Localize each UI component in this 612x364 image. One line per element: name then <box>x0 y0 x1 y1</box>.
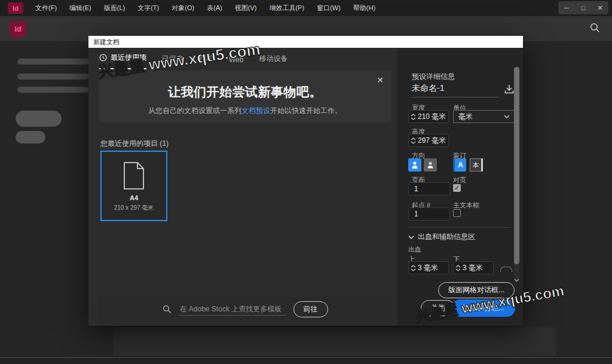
tab-recent[interactable]: 最近使用项 <box>99 53 146 69</box>
banner-headline: 让我们开始尝试新事物吧。 <box>99 84 391 100</box>
banner-subtext-after: 开始以快速开始工作。 <box>270 106 342 115</box>
recent-preset-card-a4[interactable]: A4 210 x 297 毫米 <box>100 151 167 221</box>
primary-text-frame-checkbox[interactable] <box>453 209 461 217</box>
skeleton-bar <box>17 59 89 65</box>
recent-items-heading: 您最近使用的项目 (1) <box>100 139 169 149</box>
menu-item-layout[interactable]: 版面(L) <box>104 4 125 13</box>
indesign-logo-icon: Id <box>8 2 23 14</box>
menu-item-plugins[interactable]: 增效工具(P) <box>269 4 304 13</box>
document-name-field[interactable] <box>412 84 499 97</box>
dialog-title: 新建文档 <box>93 38 120 47</box>
width-stepper[interactable]: 210 毫米 <box>408 110 449 123</box>
orientation-portrait-icon[interactable] <box>408 158 421 172</box>
binding-rtl-glyph: 本 <box>473 161 479 170</box>
divider <box>408 227 511 228</box>
document-icon <box>123 161 145 190</box>
maximize-icon[interactable]: □ <box>580 4 587 11</box>
binding-left-to-right-icon[interactable]: A <box>453 158 466 172</box>
clock-icon <box>99 54 107 62</box>
start-number-input[interactable] <box>408 207 450 221</box>
dialog-left-pane: 最近使用项 已保存 打印 Web 移动设备 ✕ 让我们开始尝试新事物吧。 从您自… <box>88 48 397 326</box>
tab-web[interactable]: Web <box>229 56 243 69</box>
status-bar <box>0 357 612 364</box>
banner-close-icon[interactable]: ✕ <box>377 75 384 85</box>
search-icon <box>163 305 172 314</box>
document-presets-link[interactable]: 文档预设 <box>241 106 270 115</box>
primary-text-frame-label: 主文本框 <box>453 201 479 210</box>
menu-items: 文件(F) 编辑(E) 版面(L) 文字(T) 对象(O) 表(A) 视图(V)… <box>35 4 375 13</box>
menu-item-object[interactable]: 对象(O) <box>172 4 194 13</box>
stepper-arrows-icon[interactable] <box>454 262 463 274</box>
menu-item-help[interactable]: 帮助(H) <box>353 4 375 13</box>
bleed-top-value: 3 毫米 <box>418 263 438 273</box>
orientation-landscape-icon[interactable] <box>424 158 437 172</box>
tab-saved-label: 已保存 <box>162 54 183 64</box>
preset-tabs: 最近使用项 已保存 打印 Web 移动设备 <box>99 53 287 69</box>
stepper-arrows-icon[interactable] <box>409 134 418 146</box>
minimize-icon[interactable]: ─ <box>563 4 570 11</box>
menu-item-window[interactable]: 窗口(W) <box>317 4 341 13</box>
unit-value: 毫米 <box>458 112 473 122</box>
adobe-stock-footer: 前往 <box>99 297 391 322</box>
welcome-banner: ✕ 让我们开始尝试新事物吧。 从您自己的文档设置或一系列文档预设开始以快速开始工… <box>99 71 391 123</box>
background-content-panel <box>114 328 556 356</box>
scrollbar-thumb[interactable] <box>514 67 519 264</box>
menu-item-file[interactable]: 文件(F) <box>35 4 57 13</box>
pages-input[interactable] <box>408 182 450 195</box>
stepper-arrows-icon[interactable] <box>409 262 418 274</box>
bleed-label: 出血 <box>408 245 421 254</box>
link-bleed-values-icon[interactable] <box>500 267 512 272</box>
bleed-bottom-stepper[interactable]: 3 毫米 <box>453 261 494 274</box>
menu-item-type[interactable]: 文字(T) <box>137 4 159 13</box>
bleed-slug-section-header[interactable]: 出血和辅助信息区 <box>408 232 475 242</box>
skeleton-bar <box>17 74 89 79</box>
menu-item-table[interactable]: 表(A) <box>207 4 222 13</box>
skeleton-pill <box>16 111 62 127</box>
bleed-bottom-value: 3 毫米 <box>463 263 483 273</box>
skeleton-bar <box>17 87 89 93</box>
height-stepper[interactable]: 297 毫米 <box>408 134 449 147</box>
card-preset-name: A4 <box>130 194 138 201</box>
stock-search-input[interactable] <box>179 304 286 316</box>
layout-grid-dialog-button[interactable]: 版面网格对话框... <box>438 282 515 298</box>
go-button[interactable]: 前往 <box>293 301 328 317</box>
panel-scrollbar[interactable] <box>514 67 519 281</box>
new-document-dialog: 新建文档 最近使用项 已保存 打印 Web 移动设备 ✕ 让我们开始尝试新事物吧… <box>88 36 523 326</box>
tab-mobile[interactable]: 移动设备 <box>259 54 287 69</box>
window-controls: ─ □ ✕ <box>558 1 608 14</box>
height-value: 297 毫米 <box>418 136 446 146</box>
preset-details-panel: 预设详细信息 宽度 单位 210 毫米 毫米 高度 297 毫 <box>397 48 523 326</box>
width-value: 210 毫米 <box>418 112 446 122</box>
panel-heading: 预设详细信息 <box>412 72 455 82</box>
indesign-logo-icon: Id <box>10 21 26 37</box>
binding-right-to-left-icon[interactable]: 本 <box>470 158 483 172</box>
tab-print[interactable]: 打印 <box>199 54 213 69</box>
download-preset-icon[interactable] <box>504 84 515 94</box>
tab-recent-label: 最近使用项 <box>111 53 146 63</box>
search-icon[interactable] <box>590 23 600 33</box>
tab-mobile-label: 移动设备 <box>259 54 287 64</box>
scroll-down-icon[interactable] <box>514 279 519 282</box>
tab-web-label: Web <box>229 56 243 64</box>
dialog-title-bar: 新建文档 <box>88 36 523 48</box>
menu-item-view[interactable]: 视图(V) <box>235 4 257 13</box>
bleed-section-label: 出血和辅助信息区 <box>418 232 475 242</box>
close-button[interactable]: 关闭 <box>421 300 455 316</box>
facing-pages-checkbox[interactable]: ✓ <box>453 184 461 192</box>
chevron-down-icon <box>408 235 414 239</box>
stepper-arrows-icon[interactable] <box>409 111 418 123</box>
margins-columns-button[interactable]: 边距和分栏... <box>452 299 515 317</box>
skeleton-pill <box>16 131 45 143</box>
close-icon[interactable]: ✕ <box>596 4 604 12</box>
bleed-top-stepper[interactable]: 3 毫米 <box>408 261 449 274</box>
unit-dropdown[interactable]: 毫米 <box>453 110 515 123</box>
tab-saved[interactable]: 已保存 <box>162 54 183 69</box>
card-preset-size: 210 x 297 毫米 <box>114 204 154 212</box>
banner-subtext: 从您自己的文档设置或一系列文档预设开始以快速开始工作。 <box>99 106 391 116</box>
tab-print-label: 打印 <box>199 54 213 64</box>
chevron-down-icon <box>504 115 510 118</box>
binding-ltr-glyph: A <box>458 161 463 169</box>
menu-item-edit[interactable]: 编辑(E) <box>69 4 91 13</box>
banner-subtext-before: 从您自己的文档设置或一系列 <box>148 106 241 115</box>
facing-pages-label: 对页 <box>453 176 466 185</box>
